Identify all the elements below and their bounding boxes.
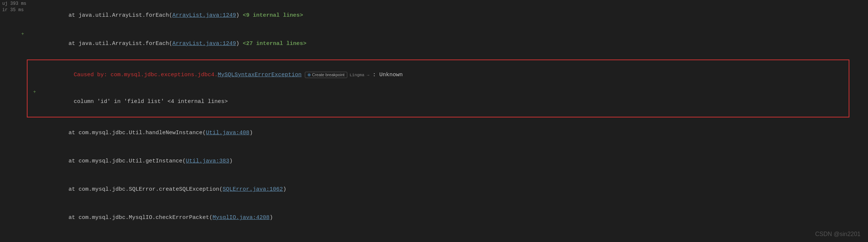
internal-2: <27 internal lines> [243,41,306,47]
exception-internal: <4 internal lines> [167,99,228,105]
sl2-prefix: at com.mysql.jdbc.Util.getInstance( [55,158,186,164]
sl4-prefix: at com.mysql.jdbc.MysqlIO.checkErrorPack… [55,214,213,221]
content-sl1: at com.mysql.jdbc.Util.handleNewInstance… [27,120,868,146]
sl1-link[interactable]: Util.java:408 [206,130,249,136]
caused-by-text: Caused by: com.mysql.jdbc.exceptions.jdb… [74,72,218,78]
suffix-1: ) [236,12,243,19]
internal-1: <9 internal lines> [243,12,303,19]
at-text-2: at java.util.ArrayList.forEach( [55,41,172,47]
trace-content-2: at java.util.ArrayList.forEach(ArrayList… [27,30,868,57]
sl1-prefix: at com.mysql.jdbc.Util.handleNewInstance… [55,130,206,136]
trace-line-2: + at java.util.ArrayList.forEach(ArrayLi… [0,30,868,58]
exception-line-2: + column 'id' in 'field list' <4 interna… [31,88,846,115]
exception-expand-2[interactable]: + [31,88,39,96]
sl2-link[interactable]: Util.java:383 [186,158,229,164]
stack-line-1: at com.mysql.jdbc.Util.handleNewInstance… [0,119,868,147]
content-sl2: at com.mysql.jdbc.Util.getInstance(Util.… [27,148,868,175]
link-1[interactable]: ArrayList.java:1249 [172,12,236,19]
content-sl4: at com.mysql.jdbc.MysqlIO.checkErrorPack… [27,204,868,231]
stack-line-5: at com.mysql.jdbc.MysqlIO.checkErrorPack… [0,232,868,242]
sl3-suffix: ) [283,186,286,193]
stack-line-3: at com.mysql.jdbc.SQLError.createSQLExce… [0,175,868,204]
sl1-suffix: ) [249,130,253,136]
sl3-prefix: at com.mysql.jdbc.SQLError.createSQLExce… [55,186,223,193]
exception-line-1: Caused by: com.mysql.jdbc.exceptions.jdb… [31,62,846,88]
stack-line-4: at com.mysql.jdbc.MysqlIO.checkErrorPack… [0,204,868,232]
timing-label-2: ir 35 ms [2,7,26,13]
exception-content-2: column 'id' in 'field list' <4 internal … [39,88,846,115]
stack-line-2: at com.mysql.jdbc.Util.getInstance(Util.… [0,147,868,175]
trace-content-1: at java.util.ArrayList.forEach(ArrayList… [27,2,868,29]
content-sl5: at com.mysql.jdbc.MysqlIO.checkErrorPack… [27,233,868,242]
exception-class-link[interactable]: MySQLSyntaxErrorException [218,72,301,78]
sl2-suffix: ) [229,158,233,164]
link-2[interactable]: ArrayList.java:1249 [172,41,236,47]
create-breakpoint-button[interactable]: ⊕Create breakpoint [305,72,347,78]
sl3-link[interactable]: SQLError.java:1062 [223,186,283,193]
console-container: uj 393 ms ir 35 ms at java.util.ArrayLis… [0,0,868,242]
watermark: CSDN @sin2201 [815,231,861,238]
timing-label-1: uj 393 ms [2,1,26,7]
trace-line-1: at java.util.ArrayList.forEach(ArrayList… [0,1,868,30]
suffix-2: ) [236,41,243,47]
at-text-1: at java.util.ArrayList.forEach( [55,12,172,19]
content-sl3: at com.mysql.jdbc.SQLError.createSQLExce… [27,176,868,203]
exception-space [301,72,305,78]
exception-content-1: Caused by: com.mysql.jdbc.exceptions.jdb… [39,62,846,88]
highlighted-exception-block: Caused by: com.mysql.jdbc.exceptions.jdb… [27,59,849,117]
expand-btn-2[interactable]: + [19,30,27,38]
lingma-text: Lingma [347,73,364,77]
column-text: column 'id' in 'field list' [74,99,167,105]
arrow-text: → [364,73,369,77]
sl4-suffix: ) [269,214,273,221]
timing-info: uj 393 ms ir 35 ms [0,0,29,14]
sl4-link[interactable]: MysqlIO.java:4208 [213,214,269,221]
breakpoint-icon: ⊕ [307,72,311,77]
breakpoint-label: Create breakpoint [312,72,344,77]
suffix-unknown: : Unknown [369,72,403,78]
